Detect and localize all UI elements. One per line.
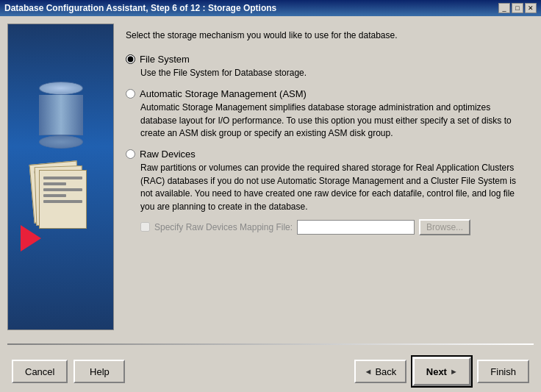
- cylinder-bottom: [39, 135, 83, 149]
- browse-button[interactable]: Browse...: [419, 219, 470, 235]
- minimize-button[interactable]: _: [498, 3, 510, 13]
- button-bar: Cancel Help ◄ Back Next ► Finish: [0, 351, 541, 392]
- left-buttons: Cancel Help: [12, 360, 125, 383]
- title-bar: Database Configuration Assistant, Step 6…: [0, 0, 541, 16]
- next-label: Next: [426, 366, 447, 377]
- next-arrow-icon: ►: [450, 367, 458, 376]
- help-button[interactable]: Help: [74, 360, 125, 383]
- option-asm: Automatic Storage Management (ASM) Autom…: [126, 88, 522, 140]
- database-icon: [39, 82, 83, 140]
- separator: [7, 343, 534, 345]
- maximize-button[interactable]: □: [512, 3, 523, 13]
- document-3: [39, 170, 87, 229]
- specify-mapping-checkbox[interactable]: [140, 222, 150, 232]
- radio-asm[interactable]: [126, 89, 135, 99]
- back-button[interactable]: ◄ Back: [354, 360, 407, 383]
- cancel-button[interactable]: Cancel: [12, 360, 68, 383]
- cylinder-top: [39, 82, 83, 95]
- option-raw-devices: Raw Devices Raw partitions or volumes ca…: [126, 149, 522, 235]
- right-buttons: ◄ Back Next ► Finish: [354, 357, 529, 386]
- label-file-system[interactable]: File System: [140, 54, 190, 65]
- radio-file-system[interactable]: [126, 54, 135, 64]
- intro-text: Select the storage mechanism you would l…: [126, 29, 522, 42]
- next-button[interactable]: Next ►: [412, 357, 471, 386]
- desc-raw-devices: Raw partitions or volumes can provide th…: [140, 162, 522, 213]
- title-text: Database Configuration Assistant, Step 6…: [4, 3, 276, 13]
- arrow-icon: [21, 225, 41, 252]
- option-file-system: File System Use the File System for Data…: [126, 54, 522, 79]
- window-body: Select the storage mechanism you would l…: [0, 16, 541, 392]
- finish-button[interactable]: Finish: [477, 360, 529, 383]
- label-asm[interactable]: Automatic Storage Management (ASM): [140, 88, 307, 99]
- back-arrow-icon: ◄: [365, 367, 373, 376]
- content-area: Select the storage mechanism you would l…: [0, 16, 541, 338]
- right-panel: Select the storage mechanism you would l…: [114, 24, 534, 330]
- mapping-file-row: Specify Raw Devices Mapping File: Browse…: [140, 219, 522, 235]
- storage-options: File System Use the File System for Data…: [126, 54, 522, 235]
- mapping-file-input[interactable]: [297, 220, 415, 235]
- radio-raw-devices[interactable]: [126, 149, 135, 159]
- window-controls: _ □ ✕: [498, 3, 537, 13]
- label-raw-devices[interactable]: Raw Devices: [140, 149, 196, 160]
- cylinder-body: [39, 95, 83, 135]
- desc-file-system: Use the File System for Database storage…: [140, 67, 522, 79]
- back-label: Back: [375, 366, 396, 377]
- illustration-panel: [7, 24, 114, 330]
- close-button[interactable]: ✕: [525, 3, 537, 13]
- mapping-file-label: Specify Raw Devices Mapping File:: [154, 222, 293, 232]
- illustration: [17, 67, 105, 288]
- desc-asm: Automatic Storage Management simplifies …: [140, 101, 522, 140]
